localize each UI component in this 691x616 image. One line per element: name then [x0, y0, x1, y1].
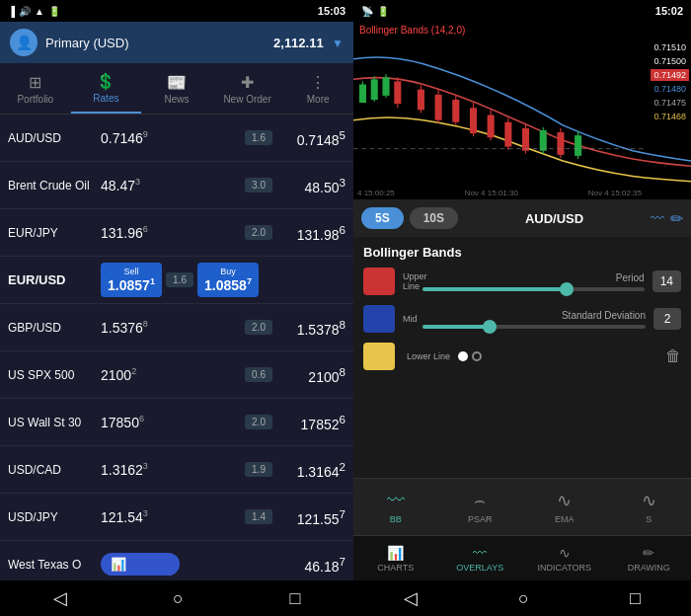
time-label-3: Nov 4 15:02:35 [588, 189, 642, 197]
sidebar-item-portfolio[interactable]: ⊞ Portfolio [0, 63, 71, 114]
rate-change-gbpusd: 2.0 [245, 320, 272, 335]
rate-ask-eurjpy: 131.986 [276, 223, 346, 243]
lower-line-label: Lower Line [407, 351, 450, 361]
price-p2: 0.71500 [651, 55, 689, 67]
tab-bb[interactable]: 〰 BB [353, 479, 438, 535]
account-info: 👤 Primary (USD) [10, 29, 129, 56]
right-time: 15:02 [655, 5, 683, 17]
period-slider-thumb[interactable] [560, 282, 574, 296]
price-p4: 0.71480 [651, 83, 689, 95]
rate-row-gbpusd[interactable]: GBP/USD 1.53768 2.0 1.53788 [0, 304, 353, 351]
rate-change-usdjpy: 1.4 [245, 509, 272, 524]
rate-row-usdjpy[interactable]: USD/JPY 121.543 1.4 121.557 [0, 494, 353, 541]
rate-name-eurjpy: EUR/JPY [8, 226, 97, 240]
account-bar[interactable]: 👤 Primary (USD) 2,112.11 ▼ [0, 22, 353, 63]
rate-row-eurjpy[interactable]: EUR/JPY 131.966 2.0 131.986 [0, 209, 353, 257]
dot-active[interactable] [458, 351, 468, 361]
buy-label: Buy [203, 267, 253, 276]
s-label: S [646, 514, 652, 524]
rate-change-brent: 3.0 [245, 178, 272, 192]
sell-label: Sell [107, 267, 156, 276]
tab-drawing[interactable]: ✏ DRAWING [607, 536, 692, 580]
tab-psar[interactable]: ⌢ PSAR [438, 479, 523, 535]
status-bar-left: ▐ 🔊 ▲ 🔋 15:03 [0, 0, 353, 22]
tab-indicators[interactable]: ∿ INDICATORS [522, 536, 607, 580]
rate-bid-wallst: 178506 [101, 414, 241, 430]
news-icon: 📰 [167, 73, 187, 92]
rate-row-brent[interactable]: Brent Crude Oil 48.473 3.0 48.503 [0, 162, 353, 209]
rate-name-usdcad: USD/CAD [8, 463, 97, 477]
chart-title: Bollinger Bands (14,2,0) [353, 22, 691, 38]
back-button-left[interactable]: ◁ [53, 587, 67, 609]
rate-row-audusd[interactable]: AUD/USD 0.71469 1.6 0.71485 [0, 115, 353, 162]
status-bar-right: 📡 🔋 15:02 [353, 0, 691, 22]
s-icon: ∿ [642, 490, 656, 511]
rate-name-gbpusd: GBP/USD [8, 321, 97, 335]
period-label: Period [422, 272, 645, 283]
color-box-yellow[interactable] [363, 343, 395, 370]
recents-button-left[interactable]: □ [289, 588, 300, 609]
price-labels: 0.71510 0.71500 0.71492 0.71480 0.71475 … [651, 41, 689, 122]
rate-ask-gbpusd: 1.53788 [276, 318, 346, 338]
indicator-row-period: Upper Line Period 14 [363, 268, 681, 295]
back-button-right[interactable]: ◁ [404, 587, 418, 609]
bottom-bar-left: ◁ ○ □ [0, 580, 353, 616]
rate-bid-usdjpy: 121.543 [101, 508, 241, 525]
tab-charts[interactable]: 📊 CHARTS [353, 536, 438, 580]
account-name: Primary (USD) [45, 36, 129, 50]
dropdown-arrow-icon: ▼ [332, 37, 344, 50]
color-box-blue[interactable] [363, 305, 395, 333]
timeframe-5s-button[interactable]: 5S [361, 207, 404, 229]
timeframe-10s-button[interactable]: 10S [410, 207, 458, 229]
rate-ask-westtexas: 46.187 [276, 555, 346, 575]
tab-overlays[interactable]: 〰 OVERLAYS [438, 536, 523, 580]
portfolio-label: Portfolio [17, 94, 53, 105]
toggle-dots[interactable] [458, 351, 657, 361]
period-slider-track[interactable] [422, 287, 645, 291]
buy-button-eurusd[interactable]: Buy 1.08587 [197, 263, 259, 297]
period-slider-fill [422, 287, 567, 291]
tab-s[interactable]: ∿ S [607, 479, 692, 535]
more-icon: ⋮ [310, 73, 326, 92]
rate-row-eurusd[interactable]: EUR/USD Sell 1.08571 1.6 Buy 1.08587 [0, 257, 353, 304]
dot-inactive[interactable] [472, 351, 482, 361]
rate-row-usdcad[interactable]: USD/CAD 1.31623 1.9 1.31642 [0, 446, 353, 494]
ema-icon: ∿ [557, 490, 572, 511]
overlays-label: OVERLAYS [456, 563, 503, 573]
sidebar-item-news[interactable]: 📰 News [141, 63, 212, 114]
edit-icon[interactable]: ✏ [670, 209, 683, 228]
trash-icon[interactable]: 🗑 [665, 347, 681, 365]
bollinger-title: Bollinger Bands [363, 245, 681, 260]
ema-label: EMA [555, 514, 575, 524]
psar-label: PSAR [468, 514, 493, 524]
home-button-left[interactable]: ○ [173, 588, 184, 609]
sidebar-item-more[interactable]: ⋮ More [282, 63, 353, 114]
wifi-icon: ▲ [35, 6, 44, 17]
time-label-1: 4 15:00:25 [357, 189, 395, 197]
account-balance-container: 2,112.11 ▼ [273, 34, 344, 51]
rate-row-spx[interactable]: US SPX 500 21002 0.6 21008 [0, 351, 353, 399]
new-order-icon: ✚ [241, 73, 254, 92]
rate-row-westtexas[interactable]: West Texas O 📊 46.187 [0, 541, 353, 580]
recents-button-right[interactable]: □ [630, 588, 641, 609]
rate-row-wallst[interactable]: US Wall St 30 178506 2.0 178526 [0, 399, 353, 446]
rate-name-brent: Brent Crude Oil [8, 179, 97, 192]
charts-icon: 📊 [387, 545, 404, 561]
color-box-red[interactable] [363, 268, 395, 295]
overlays-icon: 〰 [473, 545, 487, 561]
mini-chart-button[interactable]: 📊 [101, 553, 180, 576]
sell-button-eurusd[interactable]: Sell 1.08571 [101, 263, 162, 297]
indicator-tabs: 〰 BB ⌢ PSAR ∿ EMA ∿ S [353, 478, 691, 535]
rate-bid-usdcad: 1.31623 [101, 461, 241, 478]
rate-ask-wallst: 178526 [276, 413, 346, 432]
sidebar-item-new-order[interactable]: ✚ New Order [212, 63, 283, 114]
sidebar-item-rates[interactable]: 💲 Rates [71, 63, 142, 114]
drawing-icon: ✏ [643, 545, 654, 561]
stddev-slider-thumb[interactable] [483, 320, 497, 334]
stddev-slider-fill [422, 325, 490, 329]
stddev-slider-track[interactable] [422, 325, 646, 329]
battery-icon: 🔋 [48, 6, 60, 17]
tab-ema[interactable]: ∿ EMA [522, 479, 607, 535]
home-button-right[interactable]: ○ [518, 588, 529, 609]
psar-icon: ⌢ [474, 491, 486, 511]
